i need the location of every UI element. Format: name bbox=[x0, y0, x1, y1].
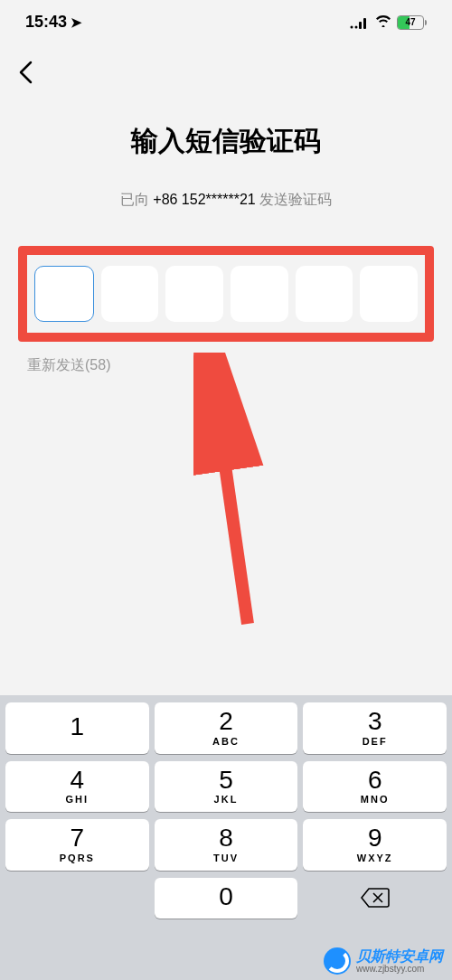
key-row-4: 0 bbox=[5, 878, 447, 919]
wifi-icon bbox=[375, 14, 391, 31]
key-num: 4 bbox=[5, 767, 149, 795]
key-num: 9 bbox=[303, 825, 447, 853]
key-num: 7 bbox=[5, 825, 149, 853]
code-box-6[interactable] bbox=[360, 266, 418, 322]
key-1[interactable]: 1 bbox=[5, 702, 149, 754]
sent-prefix: 已向 bbox=[120, 192, 153, 207]
delete-key[interactable] bbox=[303, 878, 447, 919]
backspace-icon bbox=[361, 888, 390, 908]
key-row-1: 12ABC3DEF bbox=[5, 702, 447, 754]
key-7[interactable]: 7PQRS bbox=[5, 819, 149, 871]
numeric-keyboard: 12ABC3DEF4GHI5JKL6MNO7PQRS8TUV9WXYZ 0 bbox=[0, 695, 452, 980]
key-6[interactable]: 6MNO bbox=[303, 761, 447, 813]
code-box-3[interactable] bbox=[165, 266, 223, 322]
code-box-1[interactable] bbox=[34, 266, 94, 322]
key-num: 3 bbox=[303, 708, 447, 736]
svg-rect-3 bbox=[363, 18, 366, 29]
key-sub: PQRS bbox=[5, 853, 149, 863]
status-right: 47 bbox=[350, 14, 427, 31]
svg-line-5 bbox=[212, 371, 248, 624]
key-num: 8 bbox=[155, 825, 298, 853]
key-blank bbox=[5, 878, 149, 919]
status-left: 15:43 ➤ bbox=[25, 13, 82, 32]
key-3[interactable]: 3DEF bbox=[303, 702, 447, 754]
key-sub: WXYZ bbox=[303, 853, 447, 863]
key-sub: DEF bbox=[303, 736, 447, 747]
page-title: 输入短信验证码 bbox=[18, 123, 434, 160]
key-sub: JKL bbox=[155, 794, 298, 805]
battery-pct: 47 bbox=[398, 16, 423, 29]
sent-suffix: 发送验证码 bbox=[256, 192, 332, 207]
phone-number: +86 152******21 bbox=[153, 192, 255, 207]
content: 输入短信验证码 已向 +86 152******21 发送验证码 重新发送(58… bbox=[0, 123, 452, 375]
back-button[interactable] bbox=[18, 61, 33, 90]
battery-icon: 47 bbox=[397, 15, 427, 30]
key-num: 6 bbox=[303, 767, 447, 795]
svg-point-0 bbox=[351, 25, 353, 28]
key-row-2: 4GHI5JKL6MNO bbox=[5, 761, 447, 813]
key-0[interactable]: 0 bbox=[155, 878, 298, 919]
location-icon: ➤ bbox=[71, 14, 82, 31]
key-sub: TUV bbox=[155, 853, 298, 863]
status-bar: 15:43 ➤ 47 bbox=[0, 0, 452, 39]
key-4[interactable]: 4GHI bbox=[5, 761, 149, 813]
key-5[interactable]: 5JKL bbox=[155, 761, 298, 813]
status-time: 15:43 bbox=[25, 13, 67, 32]
sent-message: 已向 +86 152******21 发送验证码 bbox=[18, 191, 434, 210]
key-num: 5 bbox=[155, 767, 298, 795]
watermark-logo-icon bbox=[324, 947, 351, 975]
key-sub: GHI bbox=[5, 794, 149, 805]
key-num: 1 bbox=[5, 713, 149, 741]
watermark: 贝斯特安卓网 www.zjbstyy.com bbox=[324, 947, 443, 975]
cellular-icon bbox=[350, 16, 370, 29]
svg-rect-2 bbox=[359, 22, 362, 29]
watermark-main: 贝斯特安卓网 bbox=[356, 948, 443, 965]
code-box-2[interactable] bbox=[101, 266, 159, 322]
key-sub: ABC bbox=[155, 736, 298, 747]
key-num: 2 bbox=[155, 708, 298, 736]
key-9[interactable]: 9WXYZ bbox=[303, 819, 447, 871]
annotation-arrow-icon bbox=[193, 353, 275, 642]
key-row-3: 7PQRS8TUV9WXYZ bbox=[5, 819, 447, 871]
resend-label: 重新发送(58) bbox=[18, 356, 434, 375]
key-2[interactable]: 2ABC bbox=[155, 702, 298, 754]
code-box-4[interactable] bbox=[231, 266, 288, 322]
nav-bar bbox=[0, 39, 452, 90]
code-box-5[interactable] bbox=[296, 266, 353, 322]
watermark-sub: www.zjbstyy.com bbox=[356, 964, 443, 974]
key-8[interactable]: 8TUV bbox=[155, 819, 298, 871]
code-input-group[interactable] bbox=[18, 246, 434, 342]
key-sub: MNO bbox=[303, 794, 447, 805]
svg-point-1 bbox=[355, 25, 358, 28]
key-num: 0 bbox=[155, 883, 298, 911]
